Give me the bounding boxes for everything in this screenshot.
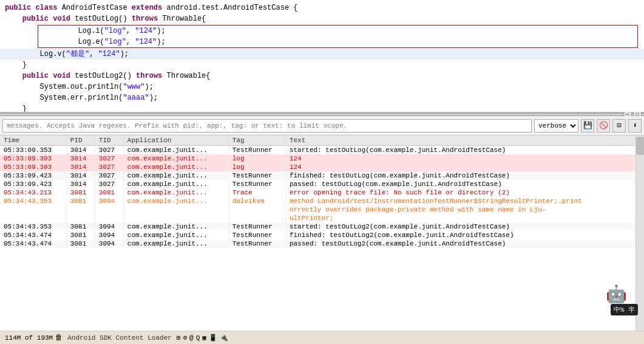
table-row: 05:33:09.39330143027com.example.junit...… [0, 163, 644, 171]
verbose-select[interactable]: verbose debug info warn error [534, 119, 578, 132]
code-editor: public class AndroidTestCase extends and… [0, 0, 644, 112]
code-line: } [0, 103, 644, 112]
pid-cell: 3014 [66, 163, 95, 171]
app-cell: com.example.junit... [123, 154, 228, 163]
table-header-row: Time PID TID Application Tag Text [0, 136, 644, 146]
tid-cell: 3094 [95, 239, 123, 248]
mascot-badge: 中% 半 [611, 304, 638, 315]
table-row: 05:33:09.42330143027com.example.junit...… [0, 171, 644, 180]
tid-cell: 3027 [95, 154, 123, 163]
trash-icon: 🗑 [55, 333, 63, 342]
pid-cell: 3014 [66, 180, 95, 188]
tag-cell: TestRunner [228, 146, 285, 155]
split-button[interactable]: ⊡ [612, 119, 626, 132]
tag-cell: TestRunner [228, 239, 285, 248]
pid-cell: 3081 [66, 188, 95, 197]
app-cell: com.example.junit... [123, 163, 228, 171]
pid-cell [66, 205, 95, 214]
code-line: System.out.println("www"); [0, 81, 644, 92]
app-cell: com.example.junit... [123, 231, 228, 239]
code-line: System.err.println("aaaa"); [0, 92, 644, 103]
tid-cell: 3027 [95, 163, 123, 171]
table-row: 05:33:09.42330143027com.example.junit...… [0, 180, 644, 188]
time-cell: 05:34:43.474 [0, 231, 66, 239]
col-time: Time [0, 136, 66, 146]
app-cell [123, 214, 228, 222]
status-icon-phone: 📱 [209, 334, 217, 342]
pid-cell: 3081 [66, 239, 95, 248]
tag-cell: TestRunner [228, 222, 285, 231]
status-icons: ⊞ ⚙ @ Q ▣ 📱 🔌 [177, 334, 228, 342]
text-cell: passed: testOutLog2(com.example.junit.An… [285, 239, 643, 248]
code-line: public void testOutLog2() throws Throwab… [0, 71, 644, 81]
tid-cell: 3027 [95, 180, 123, 188]
app-cell: com.example.junit... [123, 180, 228, 188]
pid-cell: 3081 [66, 197, 95, 205]
search-input[interactable] [2, 119, 532, 132]
save-log-button[interactable]: 💾 [581, 119, 594, 132]
col-pid: PID [66, 136, 95, 146]
text-cell: error opening trace file: No such file o… [285, 188, 643, 197]
tid-cell [95, 214, 123, 222]
text-cell: finished: testOutLog(com.example.junit.A… [285, 171, 643, 180]
memory-indicator: 114M of 193M 🗑 [5, 333, 63, 342]
tid-cell: 3094 [95, 197, 123, 205]
code-line: Log.v("都是", "124"); [0, 49, 644, 60]
table-row: 05:33:09.35330143027com.example.junit...… [0, 146, 644, 155]
pid-cell: 3014 [66, 171, 95, 180]
tag-cell: dalvikvm [228, 197, 285, 205]
table-row: 05:34:43.21330813081com.example.junit...… [0, 188, 644, 197]
status-icon-gear: ⚙ [183, 334, 187, 342]
app-cell: com.example.junit... [123, 197, 228, 205]
tag-cell: TestRunner [228, 231, 285, 239]
time-cell: 05:33:09.423 [0, 180, 66, 188]
pid-cell: 3014 [66, 146, 95, 155]
pid-cell: 3081 [66, 222, 95, 231]
code-line: Log.i("log", "124"); [38, 26, 637, 36]
tag-cell: log [228, 154, 285, 163]
pid-cell [66, 214, 95, 222]
tid-cell: 3027 [95, 146, 123, 155]
tag-cell [228, 205, 285, 214]
tag-cell: TestRunner [228, 171, 285, 180]
app-cell: com.example.junit... [123, 239, 228, 248]
text-cell: method Landroid/test/InstrumentationTest… [285, 197, 643, 205]
table-row: 05:34:43.47430813094com.example.junit...… [0, 231, 644, 239]
status-bar: 114M of 193M 🗑 Android SDK Content Loade… [0, 331, 644, 344]
log-container[interactable]: Time PID TID Application Tag Text 05:33:… [0, 136, 644, 331]
app-cell [123, 205, 228, 214]
text-cell: started: testOutLog(com.example.junit.An… [285, 146, 643, 155]
table-row: 05:33:09.39330143027com.example.junit...… [0, 154, 644, 163]
log-table: Time PID TID Application Tag Text 05:33:… [0, 136, 644, 248]
status-icon-plug: 🔌 [220, 334, 228, 342]
time-cell: 05:34:43.353 [0, 197, 66, 205]
status-icon-windows: ⊞ [177, 334, 181, 342]
loader-text: Android SDK Content Loader [67, 334, 172, 342]
time-cell: 05:33:09.393 [0, 154, 66, 163]
time-cell [0, 205, 66, 214]
app-cell: com.example.junit... [123, 171, 228, 180]
text-cell: ultPrinter; [285, 214, 643, 222]
col-tag: Tag [228, 136, 285, 146]
time-cell [0, 214, 66, 222]
table-row: orrectly overrides package-private metho… [0, 205, 644, 214]
pid-cell: 3014 [66, 154, 95, 163]
log-scrollbar[interactable] [636, 136, 644, 331]
code-line: public void testOutLog() throws Throwabl… [0, 13, 644, 24]
table-row: 05:34:43.35330813094com.example.junit...… [0, 197, 644, 205]
time-cell: 05:34:43.474 [0, 239, 66, 248]
tid-cell: 3081 [95, 188, 123, 197]
clear-log-button[interactable]: 🚫 [597, 119, 610, 132]
col-tid: TID [95, 136, 123, 146]
col-text: Text [285, 136, 643, 146]
tid-cell: 3027 [95, 171, 123, 180]
download-button[interactable]: ⬇ [628, 119, 642, 132]
status-icon-search: Q [196, 334, 200, 342]
code-line: Log.e("log", "124"); [38, 36, 637, 47]
tid-cell [95, 205, 123, 214]
status-icon-at: @ [189, 334, 194, 342]
time-cell: 05:34:43.213 [0, 188, 66, 197]
pid-cell: 3081 [66, 231, 95, 239]
code-line: } [0, 60, 644, 71]
text-cell: started: testOutLog2(com.example.junit.A… [285, 222, 643, 231]
